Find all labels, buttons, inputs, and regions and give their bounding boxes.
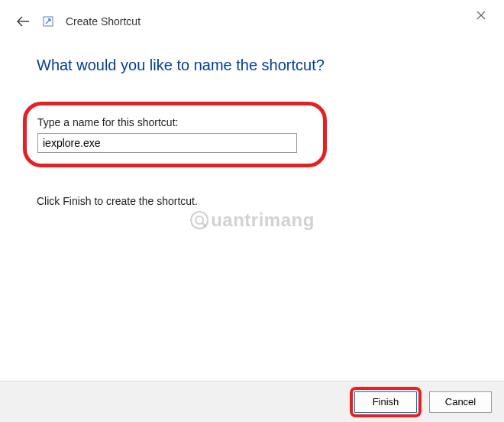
svg-point-4 — [191, 212, 208, 229]
finish-highlight: Finish — [350, 387, 422, 417]
heading: What would you like to name the shortcut… — [37, 57, 467, 74]
shortcut-name-label: Type a name for this shortcut: — [37, 116, 312, 128]
close-icon — [477, 11, 486, 20]
back-arrow-icon — [16, 16, 30, 27]
page-title: Create Shortcut — [66, 15, 141, 28]
svg-point-5 — [195, 216, 203, 224]
watermark-icon — [189, 210, 209, 230]
svg-line-6 — [202, 223, 206, 227]
content-area: What would you like to name the shortcut… — [0, 29, 504, 207]
shortcut-name-input[interactable] — [37, 133, 297, 153]
titlebar: Create Shortcut — [0, 0, 504, 29]
back-button[interactable] — [15, 14, 31, 29]
cancel-button[interactable]: Cancel — [429, 391, 492, 413]
shortcut-name-group: Type a name for this shortcut: — [23, 102, 327, 167]
shortcut-icon — [43, 16, 53, 27]
button-bar: Finish Cancel — [0, 381, 504, 422]
help-text: Click Finish to create the shortcut. — [37, 195, 467, 207]
finish-button[interactable]: Finish — [354, 391, 417, 413]
close-button[interactable] — [470, 6, 492, 26]
watermark: uantrimang — [189, 209, 315, 231]
